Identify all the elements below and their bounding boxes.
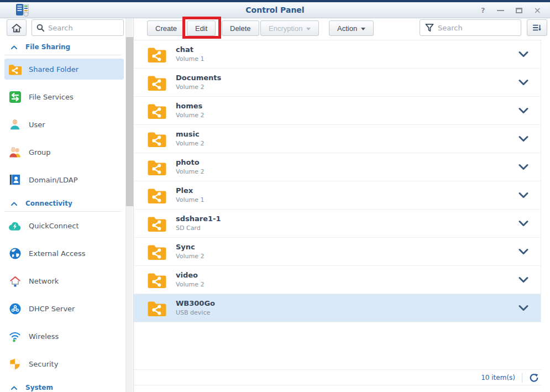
filter-search[interactable] [420, 19, 521, 36]
encryption-button[interactable]: Encryption [260, 20, 319, 36]
file-services-icon [8, 90, 22, 104]
main-panel: Create Edit Delete Encryption Action [133, 18, 550, 392]
chevron-up-icon [11, 45, 17, 49]
help-icon[interactable]: ? [481, 6, 485, 14]
home-button[interactable] [7, 19, 27, 36]
chevron-down-icon[interactable] [518, 220, 528, 227]
section-header-file-sharing[interactable]: File Sharing [0, 43, 125, 51]
sidebar-item-wireless[interactable]: Wireless [0, 322, 125, 350]
titlebar: Control Panel ? × [0, 2, 550, 18]
sidebar-item-user[interactable]: User [0, 111, 125, 138]
chevron-down-icon[interactable] [518, 135, 528, 142]
sidebar-item-label: File Services [29, 93, 74, 101]
sidebar-item-label: Network [29, 277, 59, 285]
folder-location: Volume 2 [176, 83, 221, 91]
folder-row-photo[interactable]: photoVolume 2 [134, 153, 541, 181]
folder-location: Volume 2 [176, 168, 204, 176]
maximize-icon[interactable] [516, 8, 522, 13]
action-button[interactable]: Action [329, 20, 374, 36]
folder-location: Volume 1 [176, 196, 204, 204]
sidebar-item-label: Security [29, 360, 58, 368]
folder-row-sync[interactable]: SyncVolume 2 [134, 238, 541, 266]
shared-folder-icon [147, 159, 167, 176]
user-icon [8, 117, 22, 132]
item-count: 10 item(s) [481, 374, 515, 381]
section-header-system[interactable]: System [0, 383, 125, 392]
sidebar-search-row [0, 19, 125, 36]
chevron-down-icon[interactable] [518, 107, 528, 114]
chevron-down-icon[interactable] [518, 192, 528, 198]
sidebar-item-network[interactable]: Network [0, 267, 125, 295]
chevron-down-icon[interactable] [518, 248, 528, 255]
sidebar-item-shared-folder[interactable]: Shared Folder [4, 59, 124, 80]
folder-name: video [176, 271, 204, 280]
quickconnect-icon [8, 218, 22, 233]
sidebar-item-label: Wireless [29, 332, 59, 341]
close-icon[interactable]: × [534, 7, 541, 14]
chevron-down-icon[interactable] [518, 51, 528, 58]
network-icon [8, 274, 22, 288]
sidebar-search-input[interactable] [48, 24, 123, 32]
sidebar-scrollbar[interactable] [125, 18, 133, 392]
folder-location: Volume 1 [176, 55, 204, 63]
filter-search-input[interactable] [438, 24, 521, 32]
refresh-icon [530, 373, 538, 382]
folder-row-video[interactable]: videoVolume 2 [134, 266, 541, 294]
sidebar-item-file-services[interactable]: File Services [0, 83, 125, 111]
folder-row-music[interactable]: musicVolume 2 [134, 125, 541, 153]
folder-row-chat[interactable]: chatVolume 1 [134, 40, 541, 69]
folder-location: SD Card [176, 224, 221, 232]
sidebar-item-external-access[interactable]: External Access [0, 239, 125, 267]
folder-row-documents[interactable]: DocumentsVolume 2 [134, 69, 541, 97]
edit-button[interactable]: Edit [187, 20, 216, 36]
delete-button[interactable]: Delete [222, 20, 259, 36]
sidebar-search[interactable] [32, 19, 124, 36]
folder-row-sdshare1-1[interactable]: sdshare1-1SD Card [134, 210, 541, 238]
external-access-icon [8, 246, 22, 260]
folder-row-plex[interactable]: PlexVolume 1 [134, 181, 541, 210]
chevron-down-icon[interactable] [518, 276, 528, 283]
folder-name: music [176, 130, 204, 139]
sidebar-item-domain-ldap[interactable]: Domain/LDAP [0, 166, 125, 194]
chevron-down-icon[interactable] [518, 79, 528, 86]
encryption-button-label: Encryption [269, 24, 302, 33]
page-title: Control Panel [0, 2, 550, 18]
section-divider [4, 55, 121, 55]
sidebar-item-dhcp-server[interactable]: DHCP Server [0, 295, 125, 322]
folder-name: homes [176, 102, 204, 111]
shared-folder-icon [147, 215, 167, 232]
shared-folder-list: chatVolume 1 DocumentsVolume 2 homesVolu… [134, 40, 541, 322]
shared-folder-icon [147, 46, 167, 63]
group-icon [8, 145, 22, 159]
sidebar-item-label: Group [29, 148, 51, 156]
domain-ldap-icon [8, 173, 22, 187]
folder-name: sdshare1-1 [176, 215, 221, 223]
chevron-down-icon[interactable] [518, 305, 528, 311]
sidebar-item-security[interactable]: Security [0, 350, 125, 378]
sort-button[interactable] [527, 19, 547, 36]
minimize-icon[interactable] [497, 10, 504, 11]
home-icon [12, 23, 22, 33]
create-button[interactable]: Create [147, 20, 185, 36]
folder-name: photo [176, 158, 204, 167]
scrollbar-thumb[interactable] [126, 37, 133, 206]
toolbar: Create Edit Delete Encryption Action [134, 18, 550, 39]
folder-row-wb300go[interactable]: WB300GoUSB device [134, 294, 541, 322]
refresh-button[interactable] [528, 372, 540, 384]
section-label: File Sharing [25, 43, 70, 51]
filter-icon [425, 23, 434, 32]
shared-folder-icon [147, 74, 167, 91]
shared-folder-icon [8, 62, 22, 76]
folder-location: Volume 2 [176, 281, 204, 289]
footer-divider [522, 373, 522, 383]
chevron-down-icon[interactable] [518, 164, 528, 170]
folder-name: WB300Go [176, 299, 215, 308]
sidebar-item-label: User [29, 121, 45, 129]
folder-row-homes[interactable]: homesVolume 2 [134, 97, 541, 125]
shared-folder-icon [147, 271, 167, 289]
section-label: Connectivity [25, 200, 72, 207]
sidebar-item-label: DHCP Server [29, 305, 75, 313]
sidebar-item-group[interactable]: Group [0, 138, 125, 166]
section-header-connectivity[interactable]: Connectivity [0, 199, 125, 208]
sidebar-item-quickconnect[interactable]: QuickConnect [0, 212, 125, 239]
